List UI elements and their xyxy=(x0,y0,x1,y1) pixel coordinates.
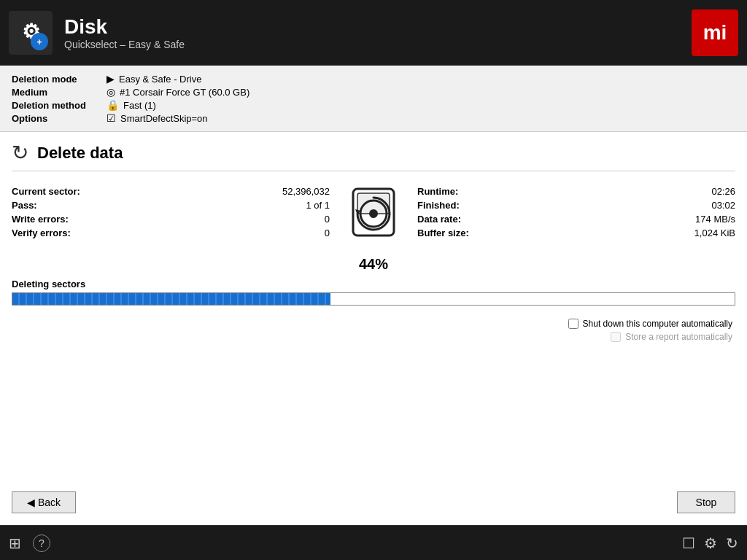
section-title: Delete data xyxy=(37,144,123,163)
grid-icon[interactable]: ⊞ xyxy=(9,534,21,552)
data-rate-label: Data rate: xyxy=(417,214,461,225)
write-errors-label: Write errors: xyxy=(12,214,69,225)
info-row-deletion-mode: Deletion mode ▶ Easy & Safe - Drive xyxy=(12,73,735,85)
finished-value: 03:02 xyxy=(662,200,735,211)
progress-bar-fill xyxy=(12,293,330,305)
stat-pass: Pass: 1 of 1 xyxy=(12,200,330,211)
stat-data-rate: Data rate: 174 MB/s xyxy=(417,214,735,225)
stats-right: Runtime: 02:26 Finished: 03:02 Data rate… xyxy=(417,183,735,241)
deletion-method-icon: 🔒 xyxy=(107,99,119,111)
pass-label: Pass: xyxy=(12,200,37,211)
info-row-deletion-method: Deletion method 🔒 Fast (1) xyxy=(12,99,735,111)
percentage-text: 44% xyxy=(359,256,388,272)
section-header: ↻ Delete data xyxy=(12,141,735,171)
taskbar-left: ⊞ ? xyxy=(9,534,50,552)
stats-area: Current sector: 52,396,032 Pass: 1 of 1 … xyxy=(12,183,735,241)
progress-bar-container xyxy=(12,292,735,306)
stat-verify-errors: Verify errors: 0 xyxy=(12,228,330,238)
app-subtitle: Quickselect – Easy & Safe xyxy=(64,39,692,50)
info-row-options: Options ☑ SmartDefectSkip=on xyxy=(12,112,735,124)
progress-section: Deleting sectors xyxy=(12,279,735,306)
stat-write-errors: Write errors: 0 xyxy=(12,214,330,225)
pass-value: 1 of 1 xyxy=(257,200,330,211)
settings-icon[interactable]: ⚙ xyxy=(704,534,717,552)
stat-runtime: Runtime: 02:26 xyxy=(417,186,735,197)
current-sector-label: Current sector: xyxy=(12,186,80,197)
options-icon: ☑ xyxy=(107,112,116,124)
options-value: ☑ SmartDefectSkip=on xyxy=(107,112,208,124)
stat-finished: Finished: 03:02 xyxy=(417,200,735,211)
app-header: ⚙ + Disk Quickselect – Easy & Safe mi • xyxy=(0,0,747,66)
data-rate-value: 174 MB/s xyxy=(662,214,735,225)
report-label: Store a report automatically xyxy=(625,332,732,342)
report-checkbox-row: Store a report automatically xyxy=(611,332,732,342)
bottom-buttons: ◀ Back Stop xyxy=(12,486,735,516)
shutdown-checkbox[interactable] xyxy=(568,319,578,329)
medium-icon: ◎ xyxy=(107,86,115,98)
shutdown-label[interactable]: Shut down this computer automatically xyxy=(583,319,732,329)
stat-buffer-size: Buffer size: 1,024 KiB xyxy=(417,228,735,238)
disk-animation-icon xyxy=(344,183,403,241)
miray-brand: mi • xyxy=(692,9,738,56)
deletion-mode-label: Deletion mode xyxy=(12,74,107,85)
progress-label: Deleting sectors xyxy=(12,279,735,289)
verify-errors-value: 0 xyxy=(257,228,330,238)
rotate-icon[interactable]: ↻ xyxy=(726,534,738,552)
monitor-icon[interactable]: ☐ xyxy=(682,534,695,552)
svg-text:+: + xyxy=(36,37,42,47)
stop-button[interactable]: Stop xyxy=(677,491,735,513)
runtime-value: 02:26 xyxy=(662,186,735,197)
deletion-mode-icon: ▶ xyxy=(107,73,115,85)
main-content: ↻ Delete data Current sector: 52,396,032… xyxy=(0,132,747,525)
medium-value: ◎ #1 Corsair Force GT (60.0 GB) xyxy=(107,86,249,98)
refresh-section-icon: ↻ xyxy=(12,141,28,165)
stats-left: Current sector: 52,396,032 Pass: 1 of 1 … xyxy=(12,183,330,241)
app-title: Disk xyxy=(64,15,692,39)
checkboxes-area: Shut down this computer automatically St… xyxy=(12,317,735,343)
shutdown-checkbox-row[interactable]: Shut down this computer automatically xyxy=(568,319,732,329)
app-logo: ⚙ + xyxy=(9,11,53,55)
deletion-mode-value: ▶ Easy & Safe - Drive xyxy=(107,73,201,85)
deletion-method-label: Deletion method xyxy=(12,100,107,111)
current-sector-value: 52,396,032 xyxy=(257,186,330,197)
info-row-medium: Medium ◎ #1 Corsair Force GT (60.0 GB) xyxy=(12,86,735,98)
buffer-size-value: 1,024 KiB xyxy=(662,228,735,238)
percentage-container: 44% xyxy=(12,256,735,273)
write-errors-value: 0 xyxy=(257,214,330,225)
report-checkbox[interactable] xyxy=(611,332,621,342)
help-icon[interactable]: ? xyxy=(33,534,50,552)
verify-errors-label: Verify errors: xyxy=(12,228,71,238)
info-bar: Deletion mode ▶ Easy & Safe - Drive Medi… xyxy=(0,66,747,132)
runtime-label: Runtime: xyxy=(417,186,458,197)
svg-point-7 xyxy=(369,209,378,218)
back-button[interactable]: ◀ Back xyxy=(12,491,76,513)
stats-center-icon xyxy=(330,183,417,241)
stat-current-sector: Current sector: 52,396,032 xyxy=(12,186,330,197)
taskbar-right: ☐ ⚙ ↻ xyxy=(682,534,738,552)
taskbar: ⊞ ? ☐ ⚙ ↻ xyxy=(0,525,747,560)
finished-label: Finished: xyxy=(417,200,460,211)
header-text: Disk Quickselect – Easy & Safe xyxy=(64,15,692,50)
deletion-method-value: 🔒 Fast (1) xyxy=(107,99,156,111)
medium-label: Medium xyxy=(12,87,107,98)
buffer-size-label: Buffer size: xyxy=(417,228,469,238)
options-label: Options xyxy=(12,113,107,124)
